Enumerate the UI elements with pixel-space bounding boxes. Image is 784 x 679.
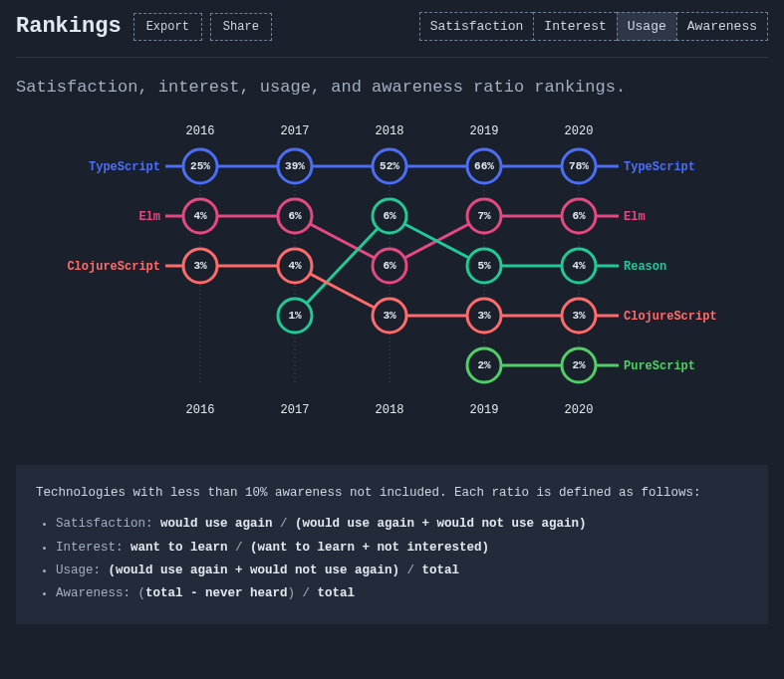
footer-item-awareness: Awareness: (total - never heard) / total: [56, 583, 748, 604]
svg-text:78%: 78%: [569, 160, 589, 172]
tab-awareness[interactable]: Awareness: [676, 12, 768, 41]
footer-item-satisfaction: Satisfaction: would use again / (would u…: [56, 514, 748, 535]
svg-text:3%: 3%: [383, 310, 396, 322]
svg-text:6%: 6%: [572, 210, 586, 222]
series-label-right[interactable]: PureScript: [624, 359, 695, 373]
series-label-right[interactable]: Reason: [624, 260, 666, 274]
series-label-right[interactable]: ClojureScript: [624, 310, 717, 324]
svg-text:2017: 2017: [281, 124, 310, 138]
rankings-chart: 2016201620172017201820182019201920202020…: [0, 107, 784, 435]
footer-item-usage: Usage: (would use again + would not use …: [56, 561, 748, 581]
page-title: Rankings: [16, 14, 122, 39]
svg-text:6%: 6%: [383, 210, 396, 222]
svg-text:2%: 2%: [572, 359, 586, 371]
svg-text:2020: 2020: [565, 124, 594, 138]
svg-text:52%: 52%: [380, 160, 399, 172]
svg-text:2019: 2019: [470, 124, 499, 138]
svg-text:5%: 5%: [477, 260, 491, 272]
svg-text:4%: 4%: [193, 210, 207, 222]
svg-text:2019: 2019: [470, 403, 499, 417]
svg-text:2016: 2016: [186, 124, 215, 138]
footer-intro: Technologies with less than 10% awarenes…: [36, 483, 748, 504]
series-label-right[interactable]: TypeScript: [624, 160, 695, 174]
series-label-left[interactable]: TypeScript: [89, 160, 160, 174]
footer-note: Technologies with less than 10% awarenes…: [16, 465, 768, 624]
header: Rankings Export Share Satisfaction Inter…: [0, 0, 784, 49]
series-label-left[interactable]: Elm: [138, 210, 160, 224]
svg-text:66%: 66%: [474, 160, 494, 172]
svg-text:1%: 1%: [288, 310, 302, 322]
svg-text:6%: 6%: [383, 260, 396, 272]
tab-satisfaction[interactable]: Satisfaction: [419, 12, 534, 41]
export-button[interactable]: Export: [133, 13, 202, 41]
metric-tabs: Satisfaction Interest Usage Awareness: [419, 12, 768, 41]
subtitle: Satisfaction, interest, usage, and aware…: [0, 58, 784, 107]
svg-text:4%: 4%: [288, 260, 302, 272]
series-label-left[interactable]: ClojureScript: [67, 260, 160, 274]
share-button[interactable]: Share: [210, 13, 272, 41]
svg-text:4%: 4%: [572, 260, 586, 272]
tab-usage[interactable]: Usage: [617, 12, 676, 41]
footer-item-interest: Interest: want to learn / (want to learn…: [56, 538, 748, 559]
svg-text:3%: 3%: [193, 260, 207, 272]
svg-text:2017: 2017: [281, 403, 310, 417]
svg-text:6%: 6%: [288, 210, 302, 222]
svg-text:2016: 2016: [186, 403, 215, 417]
svg-text:7%: 7%: [477, 210, 491, 222]
svg-text:3%: 3%: [477, 310, 491, 322]
svg-text:25%: 25%: [190, 160, 210, 172]
svg-text:2018: 2018: [376, 403, 404, 417]
svg-text:39%: 39%: [285, 160, 305, 172]
svg-text:2020: 2020: [565, 403, 594, 417]
svg-text:2%: 2%: [477, 359, 491, 371]
svg-text:3%: 3%: [572, 310, 586, 322]
series-label-right[interactable]: Elm: [624, 210, 646, 224]
tab-interest[interactable]: Interest: [533, 12, 616, 41]
svg-text:2018: 2018: [376, 124, 404, 138]
